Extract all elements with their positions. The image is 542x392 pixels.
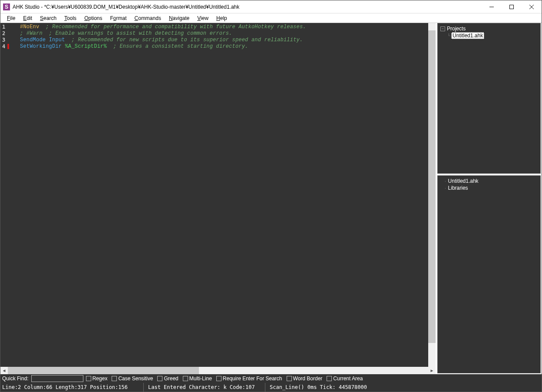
tree-connector-icon: ·	[445, 186, 447, 191]
line-number: 3	[0, 37, 11, 43]
line-marker-icon	[7, 44, 9, 49]
checkbox-icon	[157, 376, 162, 381]
maximize-button[interactable]	[502, 0, 522, 13]
line-number: 2	[0, 30, 11, 37]
tree-connector-icon: └	[447, 33, 450, 38]
quickfind-check-case-sensitive[interactable]: Case Sensitive	[112, 376, 153, 382]
checkbox-label: Word Border	[293, 376, 323, 382]
menu-search[interactable]: Search	[36, 14, 60, 22]
close-button[interactable]	[522, 0, 542, 13]
menu-commands[interactable]: Commands	[131, 14, 165, 22]
checkbox-icon	[216, 376, 221, 381]
quickfind-label: Quick Find:	[2, 376, 29, 382]
quickfind-check-current-area[interactable]: Current Area	[327, 376, 363, 382]
menu-file[interactable]: File	[3, 14, 19, 22]
quickfind-check-require-enter-for-search[interactable]: Require Enter For Search	[216, 376, 282, 382]
quickfind-input[interactable]	[31, 375, 83, 382]
window-title: AHK Studio - *C:¥Users¥U600839.DOM_M1¥De…	[13, 4, 482, 10]
quickfind-check-regex[interactable]: Regex	[86, 376, 108, 382]
minimize-button[interactable]	[482, 0, 502, 13]
checkbox-icon	[86, 376, 91, 381]
titlebar: S AHK Studio - *C:¥Users¥U600839.DOM_M1¥…	[0, 0, 542, 13]
side-column: − Projects └ Untitled1.ahk · Untitled1.a…	[436, 23, 542, 374]
menu-tools[interactable]: Tools	[60, 14, 80, 22]
code-line[interactable]: ; #Warn ; Enable warnings to assist with…	[20, 30, 428, 37]
line-number: 4	[0, 43, 11, 50]
checkbox-label: Case Sensitive	[118, 376, 153, 382]
main-area: 1234 #NoEnv ; Recommended for performanc…	[0, 23, 542, 374]
quickfind-check-word-border[interactable]: Word Border	[287, 376, 323, 382]
editor-wrap: 1234 #NoEnv ; Recommended for performanc…	[0, 23, 436, 374]
horizontal-scrollbar[interactable]: ◄ ►	[0, 367, 436, 374]
code-line[interactable]: #NoEnv ; Recommended for performance and…	[20, 24, 428, 30]
line-gutter: 1234	[0, 23, 11, 367]
menu-options[interactable]: Options	[80, 14, 106, 22]
expand-icon[interactable]: −	[440, 26, 445, 31]
quickfind-check-multi-line[interactable]: Multi-Line	[183, 376, 212, 382]
status-bar: Line:2 Column:66 Length:317 Position:156…	[0, 383, 542, 392]
checkbox-label: Require Enter For Search	[223, 376, 282, 382]
projects-panel[interactable]: − Projects └ Untitled1.ahk	[437, 23, 541, 174]
window-controls	[482, 0, 542, 13]
code-line[interactable]: SendMode Input ; Recommended for new scr…	[20, 37, 428, 43]
checkbox-icon	[327, 376, 332, 381]
menubar: File Edit Search Tools Options Format Co…	[0, 13, 542, 23]
checkbox-label: Current Area	[333, 376, 363, 382]
projects-title: Projects	[447, 26, 466, 32]
checkbox-icon	[287, 376, 292, 381]
menu-edit[interactable]: Edit	[19, 14, 36, 22]
menu-format[interactable]: Format	[106, 14, 131, 22]
status-position: Line:2 Column:66 Length:317 Position:156	[0, 383, 144, 392]
svg-rect-1	[510, 5, 514, 9]
status-lastchar: Last Entered Character: k Code:107	[144, 383, 265, 392]
vertical-scrollbar[interactable]	[428, 23, 436, 367]
app-icon: S	[3, 3, 10, 10]
checkbox-icon	[112, 376, 117, 381]
checkbox-label: Multi-Line	[189, 376, 212, 382]
quickfind-check-greed[interactable]: Greed	[157, 376, 178, 382]
menu-navigate[interactable]: Navigate	[165, 14, 193, 22]
explorer-item[interactable]: · Libraries	[440, 184, 538, 191]
editor-pane[interactable]: 1234 #NoEnv ; Recommended for performanc…	[0, 23, 436, 367]
checkbox-label: Greed	[164, 376, 178, 382]
quickfind-bar: Quick Find: RegexCase SensitiveGreedMult…	[0, 374, 542, 383]
checkbox-icon	[183, 376, 188, 381]
line-number: 1	[0, 24, 11, 30]
explorer-panel[interactable]: · Untitled1.ahk· Libraries	[437, 175, 541, 373]
explorer-item[interactable]: · Untitled1.ahk	[440, 178, 538, 184]
checkbox-label: Regex	[93, 376, 108, 382]
menu-view[interactable]: View	[193, 14, 212, 22]
tree-connector-icon: ·	[445, 179, 447, 184]
status-scan: Scan_Line() 0ms Tick: 445878000	[265, 383, 542, 392]
project-item-selected[interactable]: Untitled1.ahk	[451, 32, 484, 39]
code-area[interactable]: #NoEnv ; Recommended for performance and…	[11, 23, 428, 367]
menu-help[interactable]: Help	[212, 14, 231, 22]
code-line[interactable]: SetWorkingDir %A_ScriptDir% ; Ensures a …	[20, 43, 428, 50]
